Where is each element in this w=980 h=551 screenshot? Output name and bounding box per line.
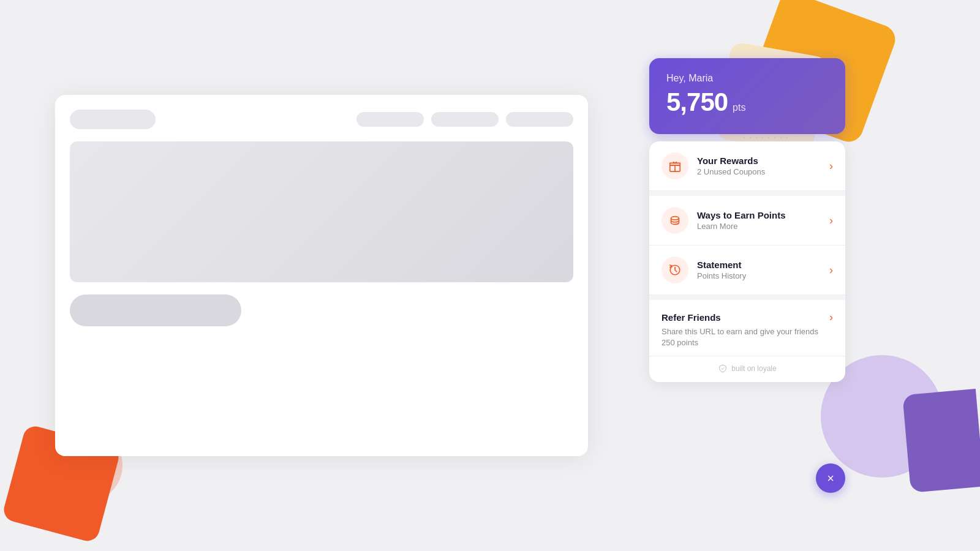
ways-to-earn-subtitle: Learn More [697,222,829,231]
app-cta-skeleton [70,294,241,326]
history-icon [668,263,682,277]
app-card [55,95,588,456]
nav-item-2 [431,112,499,127]
refer-friends-subtitle: Share this URL to earn and give your fri… [662,326,833,348]
shield-icon [718,364,728,373]
statement-subtitle: Points History [697,271,829,280]
statement-title: Statement [697,260,829,270]
nav-items-skeleton [356,112,573,127]
statement-chevron: › [829,264,833,277]
rewards-footer: built on loyale [649,356,845,382]
rewards-list-card: Your Rewards 2 Unused Coupons › Ways to … [649,141,845,382]
svg-point-1 [671,217,679,220]
refer-friends-section[interactable]: Refer Friends › Share this URL to earn a… [649,300,845,356]
rewards-points-label: pts [733,102,745,113]
rewards-points-value: 5,750 [666,88,728,117]
rewards-greeting: Hey, Maria [666,73,828,84]
bg-shape-purple [902,389,980,493]
refer-friends-chevron: › [829,311,833,324]
rewards-panel: Hey, Maria 5,750 pts Your Rewards 2 Unus… [649,58,845,382]
statement-text: Statement Points History [697,260,829,280]
ways-to-earn-title: Ways to Earn Points [697,210,829,220]
refer-friends-title-row: Refer Friends › [662,311,833,324]
rewards-header: Hey, Maria 5,750 pts [649,58,845,134]
statement-item[interactable]: Statement Points History › [649,246,845,295]
close-button[interactable]: × [816,463,845,493]
app-hero-skeleton [70,141,573,282]
close-icon: × [827,471,834,485]
group-separator-2 [649,295,845,300]
your-rewards-title: Your Rewards [697,156,829,166]
your-rewards-icon-wrap [662,152,688,179]
nav-item-3 [506,112,573,127]
ways-to-earn-icon-wrap [662,207,688,234]
nav-logo-skeleton [70,110,156,129]
ways-to-earn-chevron: › [829,214,833,227]
gift-icon [668,159,682,173]
your-rewards-chevron: › [829,160,833,173]
rewards-points-row: 5,750 pts [666,88,828,117]
statement-icon-wrap [662,257,688,283]
group-separator-1 [649,191,845,196]
your-rewards-item[interactable]: Your Rewards 2 Unused Coupons › [649,141,845,191]
your-rewards-subtitle: 2 Unused Coupons [697,167,829,176]
refer-friends-title: Refer Friends [662,312,721,323]
coin-stack-icon [668,214,682,227]
your-rewards-text: Your Rewards 2 Unused Coupons [697,156,829,176]
ways-to-earn-item[interactable]: Ways to Earn Points Learn More › [649,196,845,246]
app-nav [70,110,573,129]
footer-text: built on loyale [731,364,776,373]
nav-item-1 [356,112,424,127]
ways-to-earn-text: Ways to Earn Points Learn More [697,210,829,231]
